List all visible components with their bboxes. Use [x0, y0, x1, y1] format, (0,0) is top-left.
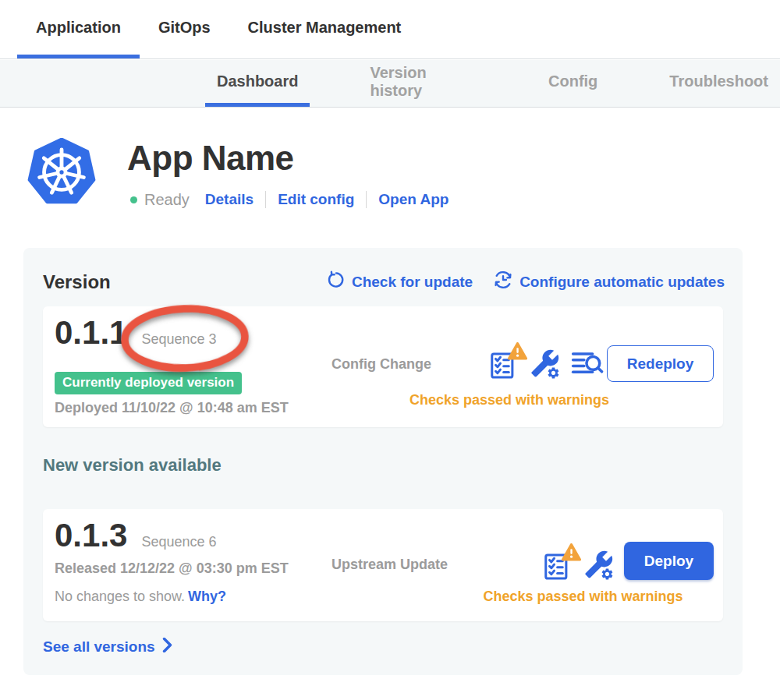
view-files-icon[interactable]	[571, 350, 604, 381]
tab-config[interactable]: Config	[537, 60, 609, 107]
app-status-label: Ready	[144, 191, 190, 209]
app-status-row: Ready Details Edit config Open App	[130, 189, 448, 210]
released-timestamp: Released 12/12/22 @ 03:30 pm EST	[55, 560, 289, 577]
preflight-status-text: Checks passed with warnings	[361, 392, 658, 408]
config-wrench-gear-icon[interactable]	[583, 550, 614, 584]
divider	[265, 191, 266, 208]
kubernetes-logo-icon	[27, 138, 96, 207]
check-for-update-label: Check for update	[352, 274, 473, 291]
admin-console-page: Application GitOps Cluster Management Da…	[0, 0, 780, 700]
auto-update-schedule-icon	[493, 270, 513, 294]
app-title: App Name	[127, 139, 294, 178]
tab-dashboard[interactable]: Dashboard	[205, 60, 310, 107]
ready-status-dot-icon	[130, 196, 137, 203]
new-version-card: 0.1.3 Sequence 6 Released 12/12/22 @ 03:…	[43, 509, 723, 621]
details-link[interactable]: Details	[205, 191, 254, 208]
version-panel: Version Check for update	[23, 248, 743, 675]
version-source-label: Config Change	[332, 356, 431, 373]
divider	[366, 191, 367, 208]
deploy-button[interactable]: Deploy	[624, 542, 714, 580]
tab-cluster-management[interactable]: Cluster Management	[229, 0, 420, 58]
check-for-update-button[interactable]: Check for update	[327, 270, 473, 293]
current-version-number: 0.1.1	[55, 314, 127, 352]
tab-application[interactable]: Application	[17, 0, 140, 58]
deployed-timestamp: Deployed 11/10/22 @ 10:48 am EST	[55, 400, 289, 416]
see-all-versions-link[interactable]: See all versions	[43, 638, 172, 656]
currently-deployed-badge: Currently deployed version	[55, 372, 242, 394]
configure-automatic-updates-button[interactable]: Configure automatic updates	[493, 270, 725, 294]
new-version-number: 0.1.3	[55, 517, 127, 554]
primary-nav: Application GitOps Cluster Management	[0, 0, 780, 59]
tab-version-history[interactable]: Version history	[358, 60, 488, 107]
warning-triangle-icon	[562, 543, 581, 564]
new-version-sequence: Sequence 6	[141, 534, 216, 550]
config-wrench-gear-icon[interactable]	[529, 348, 560, 383]
secondary-nav: Dashboard Version history Config Trouble…	[0, 60, 780, 108]
warning-triangle-icon	[508, 342, 527, 363]
open-app-link[interactable]: Open App	[378, 191, 448, 208]
tab-gitops[interactable]: GitOps	[140, 0, 229, 58]
see-all-versions-label: See all versions	[43, 638, 155, 656]
current-version-sequence: Sequence 3	[141, 331, 216, 348]
preflight-checks-icon[interactable]	[488, 350, 518, 381]
why-link[interactable]: Why?	[188, 589, 226, 604]
chevron-right-icon	[162, 638, 172, 656]
configure-automatic-updates-label: Configure automatic updates	[519, 274, 725, 291]
current-version-card: 0.1.1 Sequence 3 Currently deployed vers…	[43, 306, 723, 427]
refresh-icon	[327, 270, 346, 293]
version-source-label: Upstream Update	[332, 557, 448, 573]
redeploy-button[interactable]: Redeploy	[607, 345, 714, 382]
no-changes-text: No changes to show.Why?	[55, 589, 226, 605]
edit-config-link[interactable]: Edit config	[278, 191, 354, 208]
version-panel-title: Version	[43, 271, 111, 293]
new-version-available-heading: New version available	[43, 455, 222, 476]
tab-troubleshoot[interactable]: Troubleshoot	[658, 60, 780, 107]
preflight-checks-icon[interactable]	[542, 551, 572, 582]
preflight-status-text: Checks passed with warnings	[448, 589, 718, 605]
